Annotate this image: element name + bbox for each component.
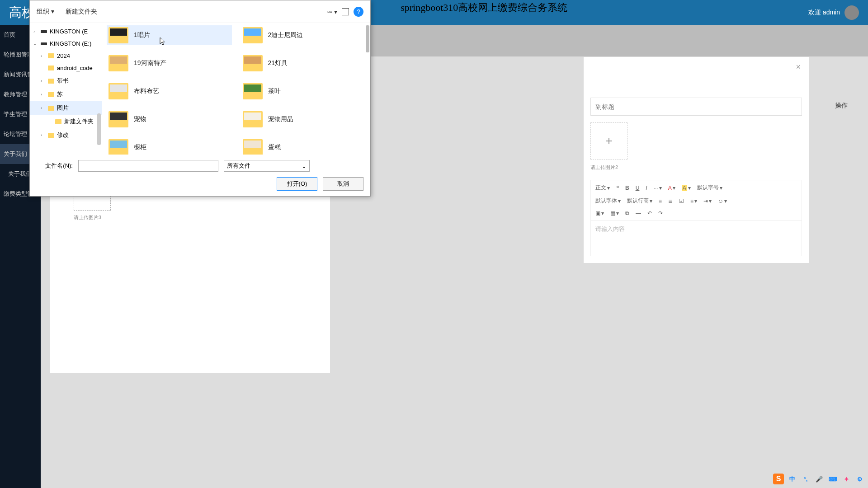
tree-label: android_code [57,65,93,71]
file-item-9[interactable]: 蛋糕 [241,137,366,155]
tb-font-family[interactable]: 默认字体▾ [593,195,623,206]
subtitle-input[interactable] [590,98,802,116]
tree-node-6[interactable]: ›图片 [30,101,102,115]
user-area[interactable]: 欢迎 admin [808,5,859,20]
tb-font-size[interactable]: 默认字号▾ [694,182,725,193]
tb-more[interactable]: ···▾ [651,183,665,193]
file-item-1[interactable]: 2迪士尼周边 [241,25,366,45]
folder-icon [48,53,54,58]
ime-puzzle-icon[interactable]: ✦ [841,474,852,484]
file-item-5[interactable]: 茶叶 [241,81,366,101]
open-button[interactable]: 打开(O) [277,177,317,191]
close-icon[interactable]: × [796,62,801,72]
folder-icon [48,92,54,97]
tree-node-7[interactable]: 新建文件夹 [30,115,102,128]
ime-sogou-icon[interactable]: S [773,474,784,484]
tb-italic[interactable]: I [643,183,650,193]
tb-table[interactable]: ▦▾ [608,208,622,218]
tree-node-0[interactable]: ›KINGSTON (E [30,25,102,38]
tb-quote[interactable]: ❝ [613,183,622,193]
tree-label: KINGSTON (E [50,28,88,35]
folder-thumb-icon [108,111,128,127]
tb-emoji[interactable]: ☺▾ [715,196,730,206]
tree-node-3[interactable]: android_code [30,62,102,74]
avatar[interactable] [844,5,859,20]
file-item-0[interactable]: 1唱片 [107,25,232,45]
tb-undo[interactable]: ↶ [645,208,655,218]
file-item-7[interactable]: 宠物用品 [241,109,366,129]
ime-keyboard-icon[interactable]: ⌨ [827,474,838,484]
tb-link[interactable]: ⧉ [623,208,632,218]
cancel-button[interactable]: 取消 [323,177,363,191]
folder-thumb-icon [243,111,263,127]
welcome-text: 欢迎 admin [808,9,840,17]
folder-thumb-icon [108,27,128,43]
file-item-label: 19河南特产 [134,59,166,67]
filetype-select[interactable]: 所有文件⌄ [224,160,310,172]
fd-preview-toggle[interactable] [342,8,349,15]
tb-checklist[interactable]: ☑ [676,196,687,206]
file-item-label: 茶叶 [268,87,281,95]
tree-arrow-icon: › [41,106,45,110]
modal-right: × + 请上传图片2 正文▾ ❝ B U I ···▾ A▾ A▾ 默认字号▾ … [583,56,809,263]
file-item-label: 21灯具 [268,59,288,67]
tb-paragraph[interactable]: 正文▾ [593,182,613,193]
tb-align[interactable]: ≡▾ [688,196,700,206]
tb-bold[interactable]: B [623,183,632,193]
editor-content[interactable]: 请输入内容 [590,220,802,256]
tree-arrow-icon: › [41,79,45,83]
ime-punct-icon[interactable]: °, [800,474,811,484]
tree-label: 新建文件夹 [64,117,94,126]
tree-node-2[interactable]: ›2024 [30,50,102,62]
ime-mic-icon[interactable]: 🎤 [814,474,825,484]
tree-label: KINGSTON (E:) [50,40,91,47]
fd-organize[interactable]: 组织 ▾ [37,8,54,16]
file-item-8[interactable]: 橱柜 [107,137,232,155]
sidebar-item-label: 关于我们 [8,170,32,178]
file-item-2[interactable]: 19河南特产 [107,53,232,73]
ime-settings-icon[interactable]: ⚙ [854,474,865,484]
tree-node-4[interactable]: ›带书 [30,74,102,88]
folder-thumb-icon [108,55,128,71]
ime-lang-icon[interactable]: 中 [787,474,797,484]
tree-scrollbar[interactable] [97,113,101,145]
folder-icon [55,119,61,124]
folder-icon [48,106,54,111]
upload-box-2[interactable]: + [590,122,627,160]
drive-icon [41,30,47,33]
file-item-6[interactable]: 宠物 [107,109,232,129]
folder-thumb-icon [108,139,128,155]
fd-file-list: 1唱片2迪士尼周边19河南特产21灯具布料布艺茶叶宠物宠物用品橱柜蛋糕 [102,23,370,155]
fd-new-folder[interactable]: 新建文件夹 [66,8,97,16]
tb-ol[interactable]: ≣ [665,196,675,206]
list-scrollbar[interactable] [366,25,369,52]
tb-indent[interactable]: ⇥▾ [701,196,714,206]
fd-view-mode[interactable]: ▫▫▾ [327,8,337,16]
tree-node-5[interactable]: ›苏 [30,88,102,101]
tb-line-height[interactable]: 默认行高▾ [624,195,655,206]
tb-image[interactable]: ▣▾ [593,208,607,218]
folder-icon [48,79,54,84]
tb-bg-color[interactable]: A▾ [679,183,693,193]
tb-redo[interactable]: ↷ [656,208,665,218]
tree-arrow-icon: › [41,54,45,58]
tb-underline[interactable]: U [633,183,642,193]
tree-arrow-icon: › [33,29,38,34]
filename-label: 文件名(N): [37,162,73,170]
tree-node-1[interactable]: ⌄KINGSTON (E:) [30,38,102,50]
file-item-label: 宠物 [134,115,146,123]
upload-2-label: 请上传图片2 [590,164,802,171]
file-item-4[interactable]: 布料布艺 [107,81,232,101]
fd-toolbar: 组织 ▾ 新建文件夹 ▫▫▾ ? [30,0,370,23]
tree-node-8[interactable]: ›修改 [30,128,102,142]
filename-input[interactable] [78,160,218,172]
help-icon[interactable]: ? [354,7,363,17]
file-item-3[interactable]: 21灯具 [241,53,366,73]
tb-ul[interactable]: ≡ [656,196,665,206]
file-item-label: 1唱片 [134,31,150,39]
tb-hr[interactable]: — [633,208,644,218]
file-item-label: 宠物用品 [268,115,293,123]
tb-font-color[interactable]: A▾ [665,183,678,193]
file-item-label: 橱柜 [134,143,146,151]
page-title: springboot310高校网上缴费综合务系统 [401,1,567,14]
